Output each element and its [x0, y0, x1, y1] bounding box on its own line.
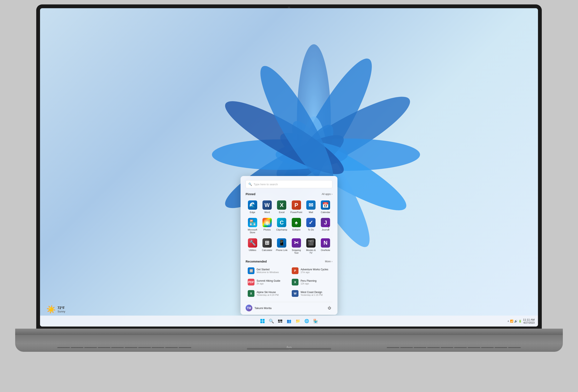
rec-time-summithiking: 2h ago: [257, 282, 280, 285]
taskbar-explorer-icon[interactable]: 📁: [294, 317, 302, 325]
app-label-calculator: Calculator: [262, 249, 272, 252]
power-button[interactable]: ⏻: [327, 305, 332, 311]
rec-info-adventureworks: Adventure Works Cycles 17m ago: [301, 268, 328, 273]
app-item-calculator[interactable]: ⊞ Calculator: [260, 237, 274, 256]
app-item-photos[interactable]: 🌅 Photos: [260, 216, 274, 236]
app-icon-excel: X: [277, 200, 286, 210]
pagination-dots: [328, 225, 329, 230]
taskbar: 🔍 👥 📁 🌐 🏪: [40, 316, 538, 327]
dot-3: [328, 229, 329, 230]
laptop-container: ☀️ 72°F Sunny 🔍 Type here to search Pinn…: [15, 4, 563, 388]
search-bar[interactable]: 🔍 Type here to search: [246, 180, 332, 188]
app-item-solitaire[interactable]: ♠ Solitaire: [289, 216, 303, 236]
more-link[interactable]: More ›: [325, 260, 332, 263]
taskbar-edge-icon[interactable]: 🌐: [303, 317, 310, 325]
app-icon-utilities: 🔧: [248, 238, 257, 248]
taskbar-date: 4/27/2023: [523, 321, 535, 324]
app-icon-word: W: [262, 200, 272, 210]
user-name: Takumi Morita: [254, 306, 272, 310]
rec-item-adventureworks[interactable]: P Adventure Works Cycles 17m ago: [290, 266, 332, 276]
app-item-mail[interactable]: ✉ Mail: [304, 199, 318, 215]
laptop-hinge: [15, 329, 563, 335]
app-item-snipping[interactable]: ✂ Snipping Tool: [289, 237, 303, 256]
rec-item-alpineski[interactable]: X Alpine Ski House Yesterday at 4:24 PM: [246, 288, 288, 299]
wifi-icon[interactable]: 📶: [510, 320, 513, 323]
weather-temp: 72°F: [57, 306, 65, 310]
app-item-todo[interactable]: ✓ To Do: [304, 216, 318, 236]
rec-name-summithiking: Summit Hiking Guide: [257, 279, 280, 282]
rec-icon-westcoast: W: [292, 290, 298, 297]
taskbar-taskview-icon[interactable]: [276, 317, 284, 325]
rec-icon-summithiking: PDF: [248, 279, 254, 285]
app-icon-todo: ✓: [306, 218, 316, 227]
screen: ☀️ 72°F Sunny 🔍 Type here to search Pinn…: [40, 8, 538, 327]
app-label-clipchamp: Clipchamp: [276, 228, 287, 231]
weather-widget: ☀️ 72°F Sunny: [46, 305, 65, 314]
app-label-word: Word: [264, 211, 270, 214]
app-item-phonelink[interactable]: 📱 Phone Link: [275, 237, 289, 256]
taskbar-sys-icons: ∧ 📶 🔊 🔋: [507, 320, 522, 323]
app-icon-snipping: ✂: [292, 238, 301, 248]
app-label-phonelink: Phone Link: [276, 249, 288, 252]
taskbar-clock[interactable]: 11:11 AM 4/27/2023: [523, 318, 535, 324]
app-label-excel: Excel: [279, 211, 285, 214]
app-item-word[interactable]: W Word: [260, 199, 274, 215]
app-item-powerpoint[interactable]: P PowerPoint: [289, 199, 303, 215]
taskbar-center: 🔍 👥 📁 🌐 🏪: [259, 317, 319, 325]
rec-info-westcoast: West Coast Design Yesterday at 1:15 PM: [301, 291, 323, 296]
app-label-powerpoint: PowerPoint: [290, 211, 302, 214]
user-info[interactable]: TM Takumi Morita: [246, 305, 272, 311]
rec-icon-adventureworks: P: [292, 267, 298, 274]
chevron-up-icon[interactable]: ∧: [507, 320, 509, 323]
app-item-journal[interactable]: J Journal: [319, 216, 332, 236]
taskbar-store-icon[interactable]: 🏪: [312, 317, 319, 325]
app-item-utilities[interactable]: 🔧 Utilities: [246, 237, 259, 256]
app-icon-onenote: N: [321, 238, 330, 248]
pinned-section-header: Pinned All apps ›: [246, 192, 332, 196]
all-apps-link[interactable]: All apps ›: [322, 193, 332, 196]
rec-icon-peruplanning: X: [292, 279, 298, 285]
rec-time-peruplanning: 12h ago: [301, 282, 316, 285]
app-icon-photos: 🌅: [262, 218, 272, 227]
battery-icon[interactable]: 🔋: [518, 320, 522, 323]
rec-name-adventureworks: Adventure Works Cycles: [301, 268, 328, 271]
app-item-edge[interactable]: 🌊 Edge: [246, 199, 259, 215]
start-button[interactable]: [259, 317, 266, 325]
dot-2: [328, 227, 329, 228]
app-label-snipping: Snipping Tool: [290, 249, 302, 254]
rec-name-peruplanning: Peru Planning: [301, 279, 316, 282]
app-item-onenote[interactable]: N OneNote: [319, 237, 332, 256]
rec-time-westcoast: Yesterday at 1:15 PM: [301, 294, 323, 296]
start-menu: 🔍 Type here to search Pinned All apps ›: [241, 176, 337, 315]
rec-item-getstarted[interactable]: 🪟 Get Started Welcome to Windows: [246, 266, 288, 276]
app-item-calendar[interactable]: 📅 Calendar: [319, 199, 332, 215]
app-item-movies[interactable]: 🎬 Movies & TV: [304, 237, 318, 256]
rec-time-adventureworks: 17m ago: [301, 271, 328, 273]
app-icon-calendar: 📅: [321, 200, 330, 210]
app-grid: 🌊 Edge W Word X Excel P PowerPoint ✉ Mai…: [246, 199, 332, 256]
app-icon-mail: ✉: [306, 200, 316, 210]
taskbar-time: 11:11 AM: [523, 318, 535, 321]
app-label-solitaire: Solitaire: [292, 228, 301, 231]
taskbar-right: ∧ 📶 🔊 🔋 11:11 AM 4/27/2023: [507, 318, 535, 324]
app-icon-msstore: 🏪: [248, 218, 257, 227]
app-item-excel[interactable]: X Excel: [275, 199, 289, 215]
app-item-clipchamp[interactable]: C Clipchamp: [275, 216, 289, 236]
volume-icon[interactable]: 🔊: [514, 320, 518, 323]
app-label-utilities: Utilities: [249, 249, 256, 252]
taskbar-search-icon[interactable]: 🔍: [268, 317, 275, 325]
rec-icon-getstarted: 🪟: [248, 267, 254, 274]
rec-item-westcoast[interactable]: W West Coast Design Yesterday at 1:15 PM: [290, 288, 332, 299]
taskbar-teams-icon[interactable]: 👥: [285, 317, 293, 325]
app-item-msstore[interactable]: 🏪 Microsoft Store: [246, 216, 259, 236]
recommended-title: Recommended: [246, 260, 267, 263]
rec-item-peruplanning[interactable]: X Peru Planning 12h ago: [290, 277, 332, 287]
vent-slots: [57, 347, 191, 348]
pinned-grid-wrapper: 🌊 Edge W Word X Excel P PowerPoint ✉ Mai…: [246, 199, 332, 256]
rec-item-summithiking[interactable]: PDF Summit Hiking Guide 2h ago: [246, 277, 288, 287]
app-icon-movies: 🎬: [306, 238, 316, 248]
recommended-grid: 🪟 Get Started Welcome to Windows P Adven…: [246, 266, 332, 299]
app-label-todo: To Do: [308, 228, 314, 231]
rec-time-getstarted: Welcome to Windows: [257, 271, 279, 273]
rec-info-getstarted: Get Started Welcome to Windows: [257, 268, 279, 273]
